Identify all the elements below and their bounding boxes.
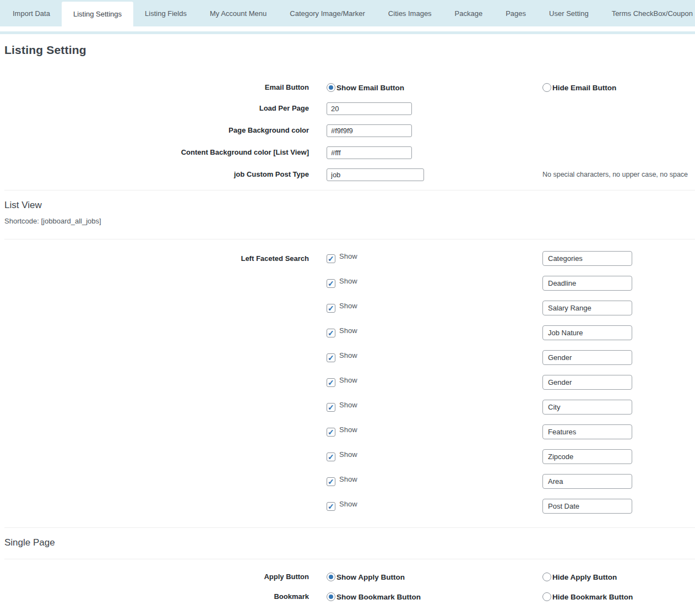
facet-show-label[interactable]: Show bbox=[339, 326, 357, 335]
post-type-row: job Custom Post Type No special characte… bbox=[4, 163, 695, 186]
apply-button-label: Apply Button bbox=[4, 573, 309, 581]
load-per-page-label: Load Per Page bbox=[4, 104, 309, 113]
section-divider bbox=[4, 527, 695, 528]
facet-show-checkbox-deadline[interactable] bbox=[327, 279, 335, 288]
facet-show-checkbox-features[interactable] bbox=[327, 428, 335, 437]
show-bookmark-button-radio[interactable] bbox=[327, 592, 335, 601]
settings-tab-bar: Import Data Listing Settings Listing Fie… bbox=[0, 0, 695, 26]
show-apply-button-radio-label[interactable]: Show Apply Button bbox=[336, 573, 405, 581]
left-faceted-search-label: Left Faceted Search bbox=[4, 254, 309, 263]
facet-name-input-categories[interactable] bbox=[542, 251, 632, 266]
list-view-shortcode: Shortcode: [jobboard_all_jobs] bbox=[4, 217, 695, 226]
content-background-row: Content Background color [List View] bbox=[4, 141, 695, 163]
tab-terms-checkbox-coupon[interactable]: Terms CheckBox/Coupon bbox=[600, 0, 695, 26]
tab-listing-settings[interactable]: Listing Settings bbox=[62, 2, 133, 26]
content-background-input[interactable] bbox=[327, 146, 412, 159]
facet-show-label[interactable]: Show bbox=[339, 351, 357, 359]
hide-bookmark-button-radio[interactable] bbox=[542, 592, 551, 601]
facet-show-label[interactable]: Show bbox=[339, 302, 357, 310]
facet-name-input-deadline[interactable] bbox=[542, 276, 632, 291]
facet-row-features: Show bbox=[4, 419, 695, 444]
section-divider bbox=[4, 559, 695, 559]
facet-name-input-area[interactable] bbox=[542, 474, 632, 489]
tab-cities-images[interactable]: Cities Images bbox=[377, 0, 443, 26]
section-divider bbox=[4, 190, 695, 190]
page-title: Listing Setting bbox=[4, 43, 695, 57]
facet-row-city: Show bbox=[4, 395, 695, 419]
facet-row-job-nature: Show bbox=[4, 320, 695, 345]
facet-show-label[interactable]: Show bbox=[339, 401, 357, 409]
facet-row-gender-1: Show bbox=[4, 345, 695, 370]
tab-pages[interactable]: Pages bbox=[494, 0, 537, 26]
facet-row-zipcode: Show bbox=[4, 444, 695, 469]
page-background-row: Page Background color bbox=[4, 119, 695, 141]
facet-row-gender-2: Show bbox=[4, 370, 695, 395]
tabbar-gap bbox=[0, 26, 695, 31]
tabbar-underline bbox=[0, 31, 695, 34]
tab-package[interactable]: Package bbox=[443, 0, 495, 26]
tab-listing-fields[interactable]: Listing Fields bbox=[133, 0, 198, 26]
facet-show-checkbox-area[interactable] bbox=[327, 477, 335, 486]
post-type-note: No special characters, no upper case, no… bbox=[542, 171, 688, 178]
email-button-label: Email Button bbox=[4, 83, 309, 92]
facet-show-checkbox-job-nature[interactable] bbox=[327, 329, 335, 337]
email-button-row: Email Button Show Email Button Hide Emai… bbox=[4, 78, 695, 97]
facet-name-input-post-date[interactable] bbox=[542, 499, 632, 514]
facet-row-deadline: Show bbox=[4, 271, 695, 296]
hide-email-button-radio-label[interactable]: Hide Email Button bbox=[552, 84, 616, 92]
tab-user-setting[interactable]: User Setting bbox=[537, 0, 600, 26]
facet-show-label[interactable]: Show bbox=[339, 450, 357, 459]
section-divider bbox=[4, 239, 695, 239]
show-email-button-radio-label[interactable]: Show Email Button bbox=[336, 84, 404, 92]
facet-show-checkbox-zipcode[interactable] bbox=[327, 453, 335, 461]
facet-name-input-job-nature[interactable] bbox=[542, 325, 632, 340]
facet-name-input-gender-2[interactable] bbox=[542, 375, 632, 390]
hide-apply-button-radio[interactable] bbox=[542, 573, 551, 581]
facet-name-input-city[interactable] bbox=[542, 400, 632, 415]
facet-name-input-features[interactable] bbox=[542, 424, 632, 439]
show-email-button-radio[interactable] bbox=[327, 83, 335, 92]
general-settings-form: Email Button Show Email Button Hide Emai… bbox=[4, 78, 695, 186]
facet-show-checkbox-salary-range[interactable] bbox=[327, 304, 335, 313]
show-apply-button-radio[interactable] bbox=[327, 573, 335, 581]
facet-name-input-gender-1[interactable] bbox=[542, 350, 632, 365]
load-per-page-row: Load Per Page bbox=[4, 97, 695, 119]
facet-show-label[interactable]: Show bbox=[339, 500, 357, 508]
facet-row-categories: Left Faceted Search Show bbox=[4, 246, 695, 271]
tab-import-data[interactable]: Import Data bbox=[1, 0, 62, 26]
left-faceted-search-block: Left Faceted Search Show Show Sh bbox=[4, 246, 695, 519]
show-bookmark-button-radio-label[interactable]: Show Bookmark Button bbox=[336, 593, 421, 601]
bookmark-label: Bookmark bbox=[4, 592, 309, 601]
page-background-input[interactable] bbox=[327, 124, 412, 137]
hide-email-button-radio[interactable] bbox=[542, 83, 551, 92]
single-page-heading: Single Page bbox=[4, 537, 695, 549]
facet-show-label[interactable]: Show bbox=[339, 475, 357, 483]
facet-show-label[interactable]: Show bbox=[339, 376, 357, 384]
hide-apply-button-radio-label[interactable]: Hide Apply Button bbox=[552, 573, 617, 581]
facet-show-checkbox-categories[interactable] bbox=[327, 254, 335, 263]
bookmark-row: Bookmark Show Bookmark Button Hide Bookm… bbox=[4, 587, 695, 607]
facet-row-area: Show bbox=[4, 469, 695, 494]
facet-row-salary-range: Show bbox=[4, 296, 695, 320]
tab-category-image-marker[interactable]: Category Image/Marker bbox=[278, 0, 377, 26]
single-page-form: Apply Button Show Apply Button Hide Appl… bbox=[4, 567, 695, 607]
facet-show-checkbox-gender-1[interactable] bbox=[327, 353, 335, 362]
load-per-page-input[interactable] bbox=[327, 102, 412, 115]
post-type-label: job Custom Post Type bbox=[4, 170, 309, 179]
facet-show-checkbox-post-date[interactable] bbox=[327, 502, 335, 511]
post-type-input[interactable] bbox=[327, 168, 424, 181]
facet-show-label[interactable]: Show bbox=[339, 252, 357, 260]
facet-show-label[interactable]: Show bbox=[339, 277, 357, 285]
facet-name-input-zipcode[interactable] bbox=[542, 449, 632, 464]
facet-show-label[interactable]: Show bbox=[339, 426, 357, 434]
content-background-label: Content Background color [List View] bbox=[4, 148, 309, 157]
page-background-label: Page Background color bbox=[4, 126, 309, 135]
tab-my-account-menu[interactable]: My Account Menu bbox=[198, 0, 278, 26]
facet-show-checkbox-gender-2[interactable] bbox=[327, 378, 335, 387]
hide-bookmark-button-radio-label[interactable]: Hide Bookmark Button bbox=[552, 593, 633, 601]
facet-row-post-date: Show bbox=[4, 494, 695, 519]
apply-button-row: Apply Button Show Apply Button Hide Appl… bbox=[4, 567, 695, 587]
facet-name-input-salary-range[interactable] bbox=[542, 301, 632, 315]
list-view-heading: List View bbox=[4, 199, 695, 211]
facet-show-checkbox-city[interactable] bbox=[327, 403, 335, 412]
